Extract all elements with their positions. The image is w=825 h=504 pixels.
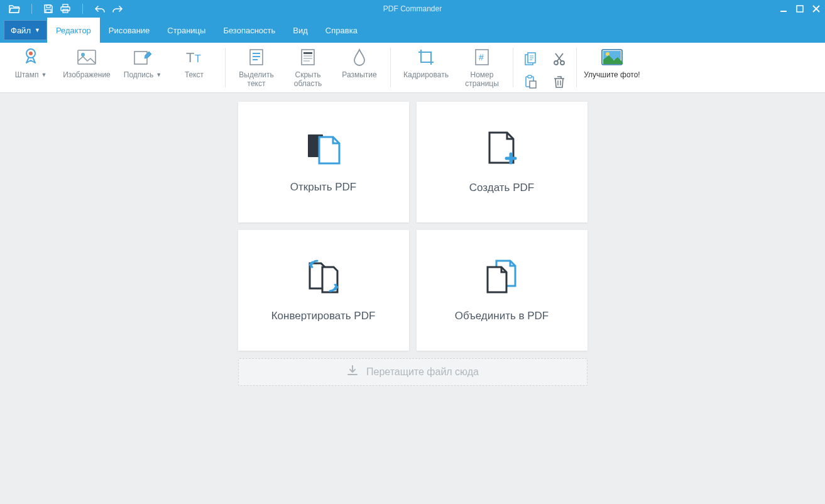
text-button[interactable]: TT Текст: [168, 47, 220, 79]
open-icon[interactable]: [9, 4, 20, 13]
menu-pages[interactable]: Страницы: [158, 18, 214, 43]
svg-rect-16: [253, 56, 260, 57]
pagenum-icon: #: [474, 47, 489, 68]
menu-view-label: Вид: [293, 26, 308, 35]
menu-pages-label: Страницы: [167, 26, 205, 35]
hide-area-label: Скрыть область: [294, 70, 322, 88]
ribbon: Штамп ▼ Изображение Подпись ▼ TT Текст: [0, 43, 825, 93]
redo-icon[interactable]: [112, 5, 123, 13]
image-button[interactable]: Изображение: [57, 47, 117, 79]
svg-rect-19: [303, 52, 312, 54]
signature-button[interactable]: Подпись ▼: [117, 47, 168, 79]
app-title: PDF Commander: [383, 4, 442, 13]
svg-rect-18: [302, 50, 314, 65]
drop-zone-label: Перетащите файл сюда: [366, 366, 479, 378]
workspace: Открыть PDF Создать PDF К: [0, 93, 825, 504]
window-controls: [780, 5, 820, 13]
menu-bar: Файл ▼ Редактор Рисование Страницы Безоп…: [0, 18, 825, 43]
highlight-button[interactable]: Выделить текст: [231, 47, 282, 88]
menu-security[interactable]: Безопасность: [214, 18, 284, 43]
quick-access-toolbar: [0, 4, 123, 14]
merge-pdf-card[interactable]: Объединить в PDF: [417, 230, 587, 351]
svg-text:T: T: [186, 50, 194, 65]
drop-zone[interactable]: Перетащите файл сюда: [238, 358, 587, 386]
menu-security-label: Безопасность: [223, 26, 275, 35]
menu-help-label: Справка: [325, 26, 358, 35]
copy-button[interactable]: [518, 49, 542, 69]
svg-rect-5: [780, 11, 787, 12]
close-icon[interactable]: [812, 5, 820, 13]
separator: [31, 4, 32, 14]
ribbon-group-clipboard: [513, 43, 576, 92]
pagenum-button[interactable]: # Номер страницы: [456, 47, 508, 88]
merge-pdf-icon: [484, 258, 520, 296]
convert-pdf-card[interactable]: Конвертировать PDF: [238, 230, 409, 351]
menu-file-label: Файл: [11, 26, 31, 35]
menu-editor-label: Редактор: [56, 26, 91, 35]
menu-view[interactable]: Вид: [284, 18, 317, 43]
merge-pdf-label: Объединить в PDF: [455, 310, 549, 322]
crop-icon: [417, 47, 435, 68]
menu-editor[interactable]: Редактор: [47, 18, 100, 43]
svg-text:T: T: [195, 53, 201, 64]
ribbon-group-mark: Выделить текст Скрыть область Размытие: [226, 43, 390, 92]
svg-rect-17: [253, 59, 258, 60]
undo-icon[interactable]: [94, 5, 106, 13]
signature-label: Подпись: [124, 70, 154, 79]
menu-help[interactable]: Справка: [317, 18, 366, 43]
stamp-label: Штамп: [15, 70, 39, 79]
menu-drawing-label: Рисование: [109, 26, 150, 35]
open-pdf-card[interactable]: Открыть PDF: [238, 102, 409, 222]
crop-label: Кадрировать: [403, 70, 449, 79]
ribbon-group-page: Кадрировать # Номер страницы: [391, 43, 513, 92]
enhance-photo-button[interactable]: Улучшите фото!: [582, 47, 642, 79]
blur-label: Размытие: [342, 70, 376, 79]
pagenum-label: Номер страницы: [465, 70, 499, 88]
chevron-down-icon: ▼: [35, 27, 40, 33]
svg-text:#: #: [479, 52, 484, 62]
svg-rect-6: [797, 6, 803, 12]
crop-button[interactable]: Кадрировать: [396, 47, 456, 79]
create-pdf-card[interactable]: Создать PDF: [417, 102, 587, 222]
svg-rect-21: [303, 58, 312, 59]
signature-icon: [134, 47, 151, 68]
convert-pdf-icon: [305, 258, 342, 296]
title-bar: PDF Commander: [0, 0, 825, 18]
minimize-icon[interactable]: [780, 5, 787, 13]
svg-rect-3: [61, 7, 70, 11]
save-icon[interactable]: [43, 4, 53, 14]
stamp-button[interactable]: Штамп ▼: [5, 47, 57, 79]
svg-rect-30: [528, 75, 532, 78]
open-pdf-icon: [305, 131, 342, 167]
svg-rect-31: [530, 81, 536, 88]
blur-button[interactable]: Размытие: [334, 47, 385, 79]
delete-button[interactable]: [547, 72, 571, 92]
chevron-down-icon: ▼: [156, 72, 161, 78]
svg-point-8: [29, 52, 33, 55]
open-pdf-label: Открыть PDF: [290, 181, 357, 194]
svg-rect-9: [78, 50, 96, 64]
blur-icon: [352, 47, 366, 68]
highlight-label: Выделить текст: [239, 70, 273, 88]
text-icon: TT: [185, 47, 204, 68]
drop-zone-row: Перетащите файл сюда: [238, 358, 587, 479]
print-icon[interactable]: [60, 4, 71, 14]
image-label: Изображение: [63, 70, 111, 79]
create-pdf-label: Создать PDF: [469, 182, 534, 194]
convert-pdf-label: Конвертировать PDF: [271, 310, 376, 322]
menu-drawing[interactable]: Рисование: [100, 18, 158, 43]
download-icon: [346, 364, 359, 380]
hide-area-button[interactable]: Скрыть область: [282, 47, 334, 88]
stamp-icon: [22, 47, 40, 68]
text-label: Текст: [185, 70, 204, 79]
svg-rect-22: [303, 60, 310, 62]
paste-button[interactable]: [518, 72, 542, 92]
menu-file[interactable]: Файл ▼: [4, 20, 47, 40]
photo-icon: [601, 47, 623, 68]
image-icon: [77, 47, 96, 68]
cut-button[interactable]: [547, 49, 571, 69]
svg-rect-15: [253, 53, 260, 54]
svg-rect-1: [46, 9, 51, 13]
maximize-icon[interactable]: [796, 5, 804, 13]
separator: [82, 4, 83, 14]
